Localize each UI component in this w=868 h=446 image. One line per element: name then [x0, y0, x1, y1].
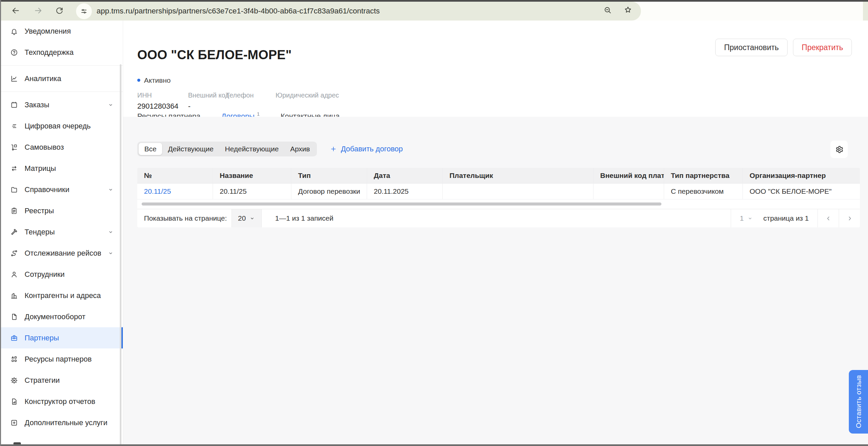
page-of-label: страница из 1	[763, 214, 809, 222]
suspend-button[interactable]: Приостановить	[715, 39, 787, 56]
sidebar-item-analytics[interactable]: Аналитика	[0, 68, 123, 89]
chevron-down-icon	[107, 250, 114, 257]
reload-icon[interactable]	[55, 6, 64, 15]
filter-chip-archive[interactable]: Архив	[284, 143, 316, 155]
sidebar-item-pickup[interactable]: Самовывоз	[0, 136, 123, 158]
forward-icon[interactable]	[34, 6, 43, 15]
contract-number-link[interactable]: 20.11/25	[137, 184, 213, 199]
sidebar-item-orders[interactable]: Заказы	[0, 94, 123, 115]
page-number: 1	[740, 214, 744, 222]
tab-count-badge: 1	[257, 111, 260, 117]
leave-feedback-label: Оставить отзыв	[855, 375, 863, 428]
sidebar-item-label: Контрагенты и адреса	[25, 291, 114, 300]
sidebar-item-label: Ресурсы партнеров	[25, 355, 114, 363]
person-icon	[10, 270, 18, 279]
site-settings-button[interactable]	[76, 3, 92, 19]
pagination-bar: Показывать на странице: 20 1—1 из 1 запи…	[137, 209, 860, 227]
sidebar-item-label: Справочники	[25, 185, 101, 194]
filter-chip-inactive[interactable]: Недействующие	[219, 143, 285, 155]
sidebar-item-label: Реестры	[25, 206, 114, 215]
sidebar-item-matrices[interactable]: Матрицы	[0, 158, 123, 179]
sidebar-item-employees[interactable]: Сотрудники	[0, 264, 123, 285]
zoom-out-icon[interactable]	[603, 6, 612, 15]
table-settings-button[interactable]	[830, 140, 848, 158]
add-contract-button[interactable]: Добавить договор	[330, 145, 403, 153]
chevron-down-icon	[107, 229, 114, 235]
next-page-button[interactable]	[839, 209, 860, 227]
column-header: Тип партнерства	[664, 168, 743, 183]
browser-window: app.tms.ru/partnerships/partners/c63e7ce…	[0, 0, 868, 446]
sidebar-item-label: Аналитика	[25, 74, 114, 83]
chevron-right-icon	[846, 215, 854, 222]
sidebar-scrollbar[interactable]	[120, 64, 121, 444]
sidebar-item-directories[interactable]: Справочники	[0, 179, 123, 200]
plus-square-icon	[10, 419, 18, 427]
analytics-icon	[10, 75, 18, 83]
meta-value	[226, 102, 269, 111]
table-cell: ООО "СК БЕЛОЕ-МОРЕ"	[743, 184, 860, 199]
toolbar-edge	[863, 2, 868, 21]
window-top-edge	[0, 0, 868, 2]
sidebar-item-label: Дополнительные услуги	[25, 418, 114, 427]
page-select[interactable]: 1	[740, 214, 753, 222]
status-dot-icon	[137, 79, 140, 82]
column-header: №	[137, 168, 213, 183]
column-header: Внешний код плате…	[593, 168, 664, 183]
meta-label: ИНН	[137, 92, 181, 99]
leave-feedback-button[interactable]: Оставить отзыв	[849, 370, 868, 434]
help-circle-icon	[10, 49, 18, 57]
back-icon[interactable]	[11, 6, 20, 15]
sidebar-item-strategies[interactable]: Стратегии	[0, 370, 123, 391]
contracts-toolbar: ВсеДействующиеНедействующиеАрхив Добавит…	[137, 141, 860, 159]
chevron-down-icon	[249, 215, 255, 222]
sidebar-item-notifications[interactable]: Уведомления	[0, 21, 123, 42]
header-actions: ПриостановитьПрекратить	[715, 39, 852, 56]
sidebar-item-counterparties[interactable]: Контрагенты и адреса	[0, 285, 123, 306]
bookmark-star-icon[interactable]	[623, 5, 632, 14]
sidebar-item-additional-services[interactable]: Дополнительные услуги	[0, 412, 123, 433]
sidebar-item-label: Заказы	[25, 101, 101, 109]
status-row: Активно	[137, 76, 852, 85]
browser-toolbar: app.tms.ru/partnerships/partners/c63e7ce…	[0, 0, 868, 21]
sidebar-item-tenders[interactable]: Тендеры	[0, 221, 123, 243]
sidebar-item-label: Отслеживание рейсов	[25, 249, 101, 258]
horizontal-scrollbar[interactable]	[142, 202, 661, 205]
meta-label: Юридический адрес	[276, 92, 339, 99]
per-page-select[interactable]: 20	[231, 209, 261, 227]
table-cell	[443, 184, 593, 199]
filter-chip-all[interactable]: Все	[138, 143, 162, 155]
sidebar-item-registries[interactable]: Реестры	[0, 200, 123, 221]
window-left-edge	[0, 0, 1, 446]
sidebar-item-partners[interactable]: Партнеры	[0, 327, 123, 348]
sidebar-item-report-builder[interactable]: Конструктор отчетов	[0, 391, 123, 412]
terminate-button[interactable]: Прекратить	[793, 39, 852, 56]
sidebar-item-label: Самовывоз	[25, 143, 114, 152]
sidebar-item-label: Документооборот	[25, 313, 114, 321]
sidebar-item-trip-tracking[interactable]: Отслеживание рейсов	[0, 243, 123, 264]
table-row[interactable]: 20.11/2520.11/25Договор перевозки20.11.2…	[137, 183, 860, 199]
tab-content: ВсеДействующиеНедействующиеАрхив Добавит…	[123, 117, 868, 444]
prev-page-button[interactable]	[817, 209, 839, 227]
sidebar-item-label: Цифровая очередь	[25, 122, 114, 130]
status-badge: Активно	[144, 76, 170, 85]
sidebar-item-support[interactable]: Техподдержка	[0, 42, 123, 63]
bell-icon	[10, 27, 18, 35]
filter-chip-active[interactable]: Действующие	[162, 143, 219, 155]
table-scroll-strip	[137, 199, 860, 209]
contract-filter-segmented: ВсеДействующиеНедействующиеАрхив	[137, 141, 317, 156]
route-icon	[10, 249, 18, 257]
column-header: Дата	[367, 168, 443, 183]
sidebar-item-label: Техподдержка	[25, 48, 114, 57]
meta-field: ИНН2901280364	[137, 92, 188, 111]
gear-icon	[835, 145, 844, 154]
meta-field: Юридический адрес	[276, 92, 346, 111]
sidebar-item-digital-queue[interactable]: Цифровая очередь	[0, 115, 123, 136]
sidebar-item-label: Партнеры	[25, 334, 114, 342]
url-text[interactable]: app.tms.ru/partnerships/partners/c63e7ce…	[97, 2, 380, 21]
table-cell: 20.11.2025	[367, 184, 443, 199]
sidebar-item-partner-resources[interactable]: Ресурсы партнеров	[0, 348, 123, 370]
sidebar-item-document-flow[interactable]: Документооборот	[0, 306, 123, 327]
building-icon	[10, 292, 18, 300]
contracts-table-card: №НазваниеТипДатаПлательщикВнешний код пл…	[137, 168, 860, 227]
queue-icon	[10, 122, 18, 130]
